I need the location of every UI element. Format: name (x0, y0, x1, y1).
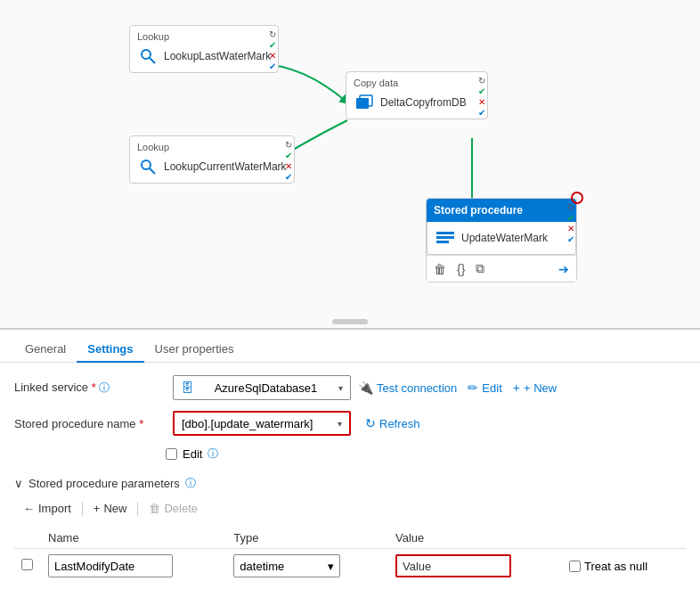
copydata-label: DeltaCopyfromDB (380, 96, 480, 109)
svg-rect-6 (436, 232, 454, 234)
table-row: datetime ▾ Treat as null (14, 549, 686, 584)
treat-null-checkbox[interactable] (569, 561, 581, 572)
svg-point-2 (142, 160, 151, 169)
tab-user-properties[interactable]: User properties (144, 337, 245, 363)
row-checkbox[interactable] (21, 559, 33, 570)
lookup1-icon (137, 45, 159, 67)
new-param-button[interactable]: + New (85, 498, 136, 519)
plus-icon: + (513, 381, 520, 395)
lookup1-info-icon: ✔ (269, 61, 276, 71)
lookup2-close-icon: ✕ (285, 161, 292, 171)
test-connection-button[interactable]: 🔌 Test connection (358, 381, 457, 395)
edit-checkbox[interactable] (166, 448, 177, 460)
edit-checkbox-row: Edit ⓘ (14, 446, 686, 462)
copydata-node[interactable]: Copy data DeltaCopyfromDB ↻ ✔ ✕ ✔ (346, 71, 488, 119)
import-arrow-icon: ← (23, 502, 35, 515)
new-plus-icon: + (94, 502, 101, 515)
pencil-icon: ✏ (468, 381, 478, 395)
sp-chevron-icon: ▾ (338, 419, 342, 429)
edit-linked-service-button[interactable]: ✏ Edit (468, 381, 501, 395)
params-info-icon[interactable]: ⓘ (185, 476, 196, 491)
svg-line-3 (150, 168, 155, 174)
params-table: Name Type Value datetime (14, 528, 686, 583)
new-linked-service-button[interactable]: + + New (513, 381, 557, 395)
svg-rect-8 (436, 241, 449, 243)
plug-icon: 🔌 (358, 381, 373, 395)
lookup2-info-icon: ✔ (285, 172, 292, 182)
col-type: Type (226, 528, 388, 549)
copydata-close-icon: ✕ (478, 97, 485, 107)
storedproc-toolbar: 🗑 {} ⧉ ➔ (427, 255, 576, 282)
chevron-down-icon: ▾ (338, 383, 343, 393)
lookup2-node[interactable]: Lookup LookupCurrentWaterMark ↻ ✔ ✕ ✔ (129, 135, 295, 184)
storedproc-delete-icon[interactable]: 🗑 (434, 262, 446, 276)
storedproc-close-icon: ✕ (567, 224, 574, 233)
linked-service-select[interactable]: 🗄 AzureSqlDatabase1 ▾ (173, 375, 351, 400)
copydata-info-icon: ✔ (478, 108, 485, 118)
params-chevron-icon: ∨ (14, 477, 23, 490)
params-header: ∨ Stored procedure parameters ⓘ (14, 476, 686, 491)
treat-null-container: Treat as null (569, 560, 679, 573)
tab-settings[interactable]: Settings (77, 337, 143, 363)
lookup1-header: Lookup (137, 31, 271, 42)
row-value-input[interactable] (395, 554, 511, 577)
storedproc-label: UpdateWaterMark (461, 232, 568, 244)
linked-service-row: Linked service * ⓘ 🗄 AzureSqlDatabase1 ▾… (14, 375, 686, 400)
sp-required: * (139, 417, 143, 430)
edit-checkbox-label: Edit (183, 447, 202, 461)
copydata-refresh-icon: ↻ (478, 76, 485, 86)
import-button[interactable]: ← Import (14, 498, 80, 519)
lookup2-check-icon: ✔ (285, 151, 292, 160)
params-toolbar: ← Import + New 🗑 Delete (14, 498, 686, 519)
stored-procedure-select[interactable]: [dbo].[update_watermark] ▾ (173, 411, 351, 436)
lookup2-icon (137, 156, 159, 177)
col-treat-null (562, 528, 686, 549)
delete-trash-icon: 🗑 (149, 502, 160, 515)
params-section: ∨ Stored procedure parameters ⓘ ← Import… (0, 471, 700, 583)
storedproc-node[interactable]: Stored procedure UpdateWaterMark ↻ ✔ ✕ ✔… (426, 198, 577, 282)
linked-service-info-icon[interactable]: ⓘ (99, 381, 110, 394)
row-name-input[interactable] (48, 554, 173, 577)
canvas-arrows (0, 0, 700, 328)
svg-point-0 (142, 50, 151, 59)
refresh-button[interactable]: ↻ Refresh (365, 416, 420, 430)
database-icon: 🗄 (181, 381, 193, 395)
storedproc-icon (435, 227, 456, 249)
storedproc-copy-icon[interactable]: ⧉ (476, 261, 484, 276)
linked-service-value: AzureSqlDatabase1 (215, 381, 318, 395)
divider-handle (332, 319, 368, 324)
pipeline-canvas: Lookup LookupLastWaterMark ↻ ✔ ✕ ✔ Looku… (0, 0, 700, 330)
row-treat-null-cell: Treat as null (562, 549, 686, 584)
params-table-head: Name Type Value (14, 528, 686, 549)
storedproc-body: UpdateWaterMark ↻ ✔ ✕ ✔ (427, 222, 576, 255)
lookup2-header: Lookup (137, 142, 287, 152)
lookup2-refresh-icon: ↻ (285, 140, 292, 150)
storedproc-code-icon[interactable]: {} (457, 262, 465, 276)
svg-rect-4 (356, 98, 369, 109)
form-area: Linked service * ⓘ 🗄 AzureSqlDatabase1 ▾… (0, 363, 700, 462)
delete-param-button[interactable]: 🗑 Delete (140, 498, 207, 519)
params-title: Stored procedure parameters (28, 477, 180, 490)
storedproc-check-icon: ✔ (567, 213, 574, 223)
sp-value: [dbo].[update_watermark] (182, 417, 313, 430)
refresh-icon: ↻ (365, 416, 376, 430)
copydata-icon (354, 92, 375, 113)
copydata-check-icon: ✔ (478, 86, 485, 96)
lookup1-close-icon: ✕ (269, 51, 276, 61)
linked-service-label: Linked service * ⓘ (14, 381, 166, 396)
row-type-select[interactable]: datetime ▾ (233, 554, 340, 577)
lookup1-label: LookupLastWaterMark (164, 50, 271, 62)
params-table-body: datetime ▾ Treat as null (14, 549, 686, 584)
col-check (14, 528, 41, 549)
storedproc-refresh-icon: ↻ (567, 202, 574, 212)
storedproc-arrow-icon[interactable]: ➔ (558, 262, 569, 276)
bottom-panel: General Settings User properties Linked … (0, 330, 700, 583)
col-value: Value (388, 528, 562, 549)
row-type-cell: datetime ▾ (226, 549, 388, 584)
tab-general[interactable]: General (14, 337, 77, 363)
linked-service-required: * (92, 381, 96, 394)
col-name: Name (41, 528, 226, 549)
svg-line-1 (150, 58, 155, 63)
edit-info-icon[interactable]: ⓘ (208, 446, 218, 462)
lookup1-node[interactable]: Lookup LookupLastWaterMark ↻ ✔ ✕ ✔ (129, 25, 279, 73)
